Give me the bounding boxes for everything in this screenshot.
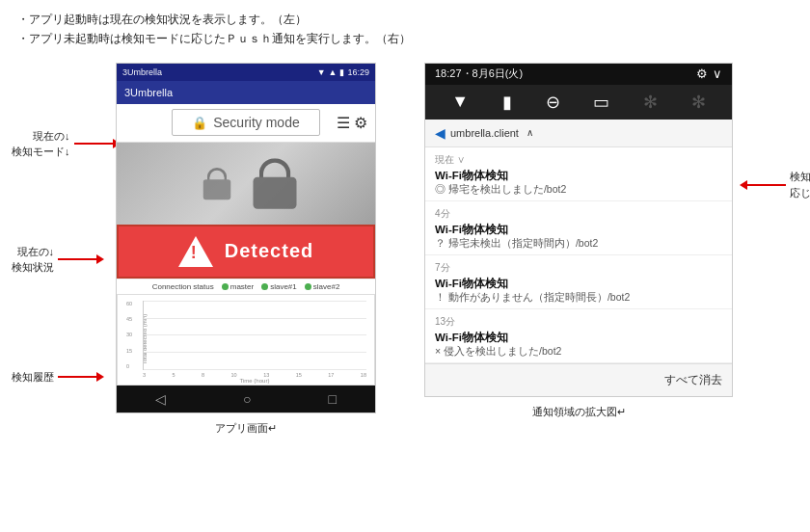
notif-time: 18:27・8月6日(火) bbox=[435, 66, 523, 81]
bluetooth-icon[interactable]: ✻ bbox=[643, 92, 658, 113]
padlock-left bbox=[203, 168, 231, 200]
back-icon[interactable]: ◁ bbox=[155, 391, 166, 407]
clear-all-label[interactable]: すべて消去 bbox=[664, 373, 722, 386]
notif-body-1: ？ 帰宅未検出（指定時間内）/bot2 bbox=[435, 237, 722, 251]
notif-time-3: 13分 bbox=[435, 315, 722, 329]
app-caption: アプリ画面↵ bbox=[116, 421, 376, 436]
warning-triangle-icon bbox=[178, 236, 213, 267]
chart-x-label: Time (hour) bbox=[143, 378, 366, 384]
detected-box: Detected bbox=[117, 225, 375, 279]
app-statusbar: 3Umbrella ▼ ▲ ▮ 16:29 bbox=[117, 64, 375, 81]
phone-quick-icon[interactable]: ▭ bbox=[593, 92, 609, 113]
notif-body-3: × 侵入を検出しました/bot2 bbox=[435, 345, 722, 359]
app-toolbar: 🔒 Security mode ☰ ⚙ bbox=[117, 104, 375, 143]
connection-status-bar: Connection status master slave#1 slave#2 bbox=[117, 279, 375, 294]
notif-title-2: Wi-Fi物体検知 bbox=[435, 277, 722, 291]
notif-title-3: Wi-Fi物体検知 bbox=[435, 331, 722, 345]
notif-app-header: ◀ umbrella.client ∧ bbox=[425, 120, 732, 147]
battery-icon: ▮ bbox=[339, 67, 344, 77]
notif-time-1: 4分 bbox=[435, 207, 722, 221]
wifi-icon: ▼ bbox=[317, 67, 326, 77]
notif-app-name: umbrella.client bbox=[450, 127, 519, 139]
notif-statusbar: 18:27・8月6日(火) ⚙ ∨ bbox=[425, 64, 732, 85]
umbrella-app-icon: ◀ bbox=[435, 125, 446, 141]
annotation-notification-mode: 検知モードに↓応じた通知↓ bbox=[790, 169, 811, 202]
chevron-icon: ∧ bbox=[526, 127, 533, 138]
time-display: 16:29 bbox=[347, 67, 369, 77]
master-indicator: master bbox=[222, 282, 254, 291]
app-title: 3Umbrella bbox=[124, 87, 173, 98]
recents-icon[interactable]: □ bbox=[329, 391, 337, 407]
notification-item-2: 7分 Wi-Fi物体検知 ！ 動作がありません（指定時間長）/bot2 bbox=[425, 255, 732, 309]
notif-title-1: Wi-Fi物体検知 bbox=[435, 223, 722, 237]
chart-area: Total detected (min) 604530150 358101315… bbox=[117, 294, 375, 386]
security-mode-label: Security mode bbox=[213, 115, 299, 130]
padlock-right bbox=[254, 158, 297, 209]
app-screen: 3Umbrella ▼ ▲ ▮ 16:29 3Umbrella 🔒 Securi… bbox=[116, 63, 376, 413]
notif-status-icons: ⚙ ∨ bbox=[696, 66, 722, 81]
notification-item-3: 13分 Wi-Fi物体検知 × 侵入を検出しました/bot2 bbox=[425, 309, 732, 363]
chart-grid: 604530150 bbox=[143, 301, 366, 370]
master-dot bbox=[222, 283, 229, 290]
notif-quick-settings: ▼ ▮ ⊖ ▭ ✻ ✻ bbox=[425, 85, 732, 120]
nfc-icon[interactable]: ✻ bbox=[691, 92, 706, 113]
connection-label: Connection status bbox=[152, 282, 214, 291]
notification-screen: 18:27・8月6日(火) ⚙ ∨ ▼ ▮ ⊖ ▭ ✻ ✻ ◀ umbrella… bbox=[424, 63, 733, 397]
notification-item-1: 4分 Wi-Fi物体検知 ？ 帰宅未検出（指定時間内）/bot2 bbox=[425, 201, 732, 255]
app-name: 3Umbrella bbox=[122, 67, 162, 77]
notification-item-0: 現在 ∨ Wi-Fi物体検知 ◎ 帰宅を検出しました/bot2 bbox=[425, 147, 732, 201]
security-mode-button[interactable]: 🔒 Security mode bbox=[172, 109, 319, 136]
annotation-detection-status: 現在の↓検知状況 bbox=[12, 244, 54, 276]
right-caption: 通知領域の拡大図↵ bbox=[424, 405, 733, 419]
slave1-dot bbox=[261, 283, 268, 290]
annotation-detection-mode: 現在の↓検知モード↓ bbox=[12, 128, 70, 160]
notif-body-0: ◎ 帰宅を検出しました/bot2 bbox=[435, 183, 722, 197]
dnd-icon[interactable]: ⊖ bbox=[546, 92, 560, 113]
notif-time-0: 現在 ∨ bbox=[435, 153, 722, 167]
settings-gear-icon[interactable]: ⚙ bbox=[696, 66, 708, 81]
chart-y-ticks: 604530150 bbox=[126, 301, 132, 369]
notif-body-2: ！ 動作がありません（指定時間長）/bot2 bbox=[435, 291, 722, 305]
notif-title-0: Wi-Fi物体検知 bbox=[435, 169, 722, 183]
lock-icon: 🔒 bbox=[192, 116, 207, 130]
home-icon[interactable]: ○ bbox=[243, 391, 251, 407]
slave2-indicator: slave#2 bbox=[305, 282, 340, 291]
menu-icon[interactable]: ☰ bbox=[337, 114, 350, 132]
app-titlebar: 3Umbrella bbox=[117, 81, 375, 104]
toolbar-icons: ☰ ⚙ bbox=[337, 114, 367, 132]
slave2-dot bbox=[305, 283, 311, 290]
annotation-history: 検知履歴 bbox=[12, 369, 54, 386]
detected-label: Detected bbox=[225, 240, 313, 262]
app-navbar: ◁ ○ □ bbox=[117, 386, 375, 412]
intro-text: ・アプリ起動時は現在の検知状況を表示します。（左） ・アプリ未起動時は検知モード… bbox=[0, 0, 810, 53]
notif-footer: すべて消去 bbox=[425, 363, 732, 396]
expand-icon[interactable]: ∨ bbox=[713, 66, 722, 81]
notif-time-2: 7分 bbox=[435, 261, 722, 275]
slave1-indicator: slave#1 bbox=[261, 282, 297, 291]
wifi-quick-icon[interactable]: ▼ bbox=[451, 92, 469, 112]
signal-icon: ▲ bbox=[329, 67, 338, 77]
settings-icon[interactable]: ⚙ bbox=[354, 114, 367, 132]
app-image-area bbox=[117, 143, 375, 225]
intro-line1: ・アプリ起動時は現在の検知状況を表示します。（左） bbox=[17, 10, 793, 29]
battery-quick-icon[interactable]: ▮ bbox=[502, 92, 512, 113]
intro-line2: ・アプリ未起動時は検知モードに応じたＰｕｓｈ通知を実行します。（右） bbox=[17, 29, 793, 48]
